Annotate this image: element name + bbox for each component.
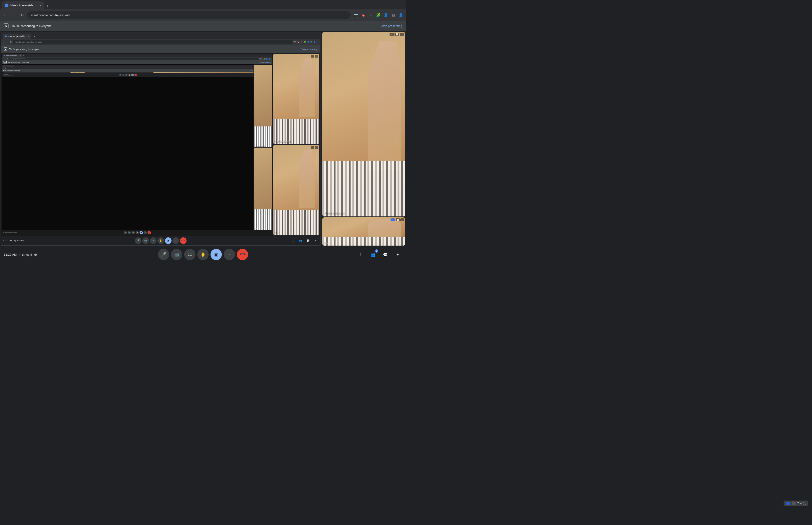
nested-presenting-icon: ▣ [4,47,7,51]
mic-button[interactable]: 🎤 [158,249,169,260]
stop-presenting-button[interactable]: Stop presenting [381,24,402,28]
presenting-icon: ▣ [4,24,9,28]
profile-icon[interactable]: 👤 [383,12,389,18]
nested-split[interactable]: ⊡ [310,41,312,43]
nested-refresh[interactable]: ↻ [10,41,12,44]
more-options-button[interactable]: ⋮ [224,249,235,260]
nested-raise-hand-button[interactable]: ✋ [157,237,164,244]
nested-account[interactable]: 👤 [313,41,316,43]
nested-favicon [5,35,7,38]
nested-menu[interactable]: ⋮ [317,41,319,43]
browser-chrome: Meet - tnj-esni-ikb × + ← → ↻ meet.googl… [0,0,406,21]
separator: | [19,253,20,256]
active-tab[interactable]: Meet - tnj-esni-ikb × [2,1,44,10]
you-more-btn[interactable]: ⋯ [390,218,395,221]
nested-camera-button[interactable]: 📹 [142,237,149,244]
browser-actions: 📷 🔖 ☆ 🧩 👤 ⊡ 👤 [352,12,404,18]
account-icon[interactable]: 👤 [398,12,404,18]
main-content: Meet - tnj-esni-ikb × + ← → ↻ meet.googl… [0,31,406,246]
nested-cast[interactable]: 📷 [293,41,296,43]
tab-bar: Meet - tnj-esni-ikb × + [0,0,406,10]
nested-tab-close[interactable]: × [28,35,29,38]
nested-captions-button[interactable]: CC [150,237,156,244]
meeting-time-display: 11:22 AM | tnj-esni-ikb [4,253,37,256]
cast-icon[interactable]: 📷 [352,12,359,18]
nested-bookmark[interactable]: 🔖 [297,41,300,43]
forward-button[interactable]: → [10,12,17,18]
star-icon[interactable]: ☆ [367,12,374,18]
nested-ext[interactable]: 🧩 [303,41,306,43]
bookmark-icon[interactable]: 🔖 [360,12,367,18]
back-button[interactable]: ← [2,12,9,18]
nested-tab-title: Meet - tnj-esni-ikb [8,35,25,38]
screen-share-area: Meet - tnj-esni-ikb × + ← → ↻ meet.googl… [1,32,321,245]
nested-presenting-bar: ▣ You're presenting to everyone Stop pre… [1,45,320,53]
nested-info-icon[interactable]: ℹ [290,238,296,243]
present-screen-button[interactable]: ▣ [211,249,222,260]
presenting-bar: ▣ You're presenting to everyone Stop pre… [0,21,406,31]
meeting-id-text: tnj-esni-ikb [22,253,37,256]
nested-participant-name: François Beaufort [275,140,291,142]
people-count-badge: 2 [375,249,378,253]
nested-you-more[interactable]: ⋯ [311,146,315,149]
you-label: You [324,241,328,244]
nested-stop-button[interactable]: Stop presenting [301,48,318,50]
you-pin-icon: ⬜ [396,218,400,221]
nested-star[interactable]: ☆ [301,41,302,43]
nested-back[interactable]: ← [3,41,5,44]
participants-panel: François Beaufort ⋯ ⬜ ⛶ You ⋯ ⬜ ⛶ [321,31,406,246]
nested-you-expand[interactable]: ⛶ [315,146,318,149]
francois-name: François Beaufort [324,212,345,214]
extension-icon[interactable]: 🧩 [375,12,382,18]
nested-presenting-text: You're presenting to everyone [9,48,299,50]
info-button[interactable]: ℹ [356,250,366,259]
francois-pin-icon: ⬜ [395,33,399,36]
raise-hand-button[interactable]: ✋ [197,249,209,260]
url-text: meet.google.com/tnj-esni-ikb [31,13,70,17]
nested-present-button[interactable]: ▣ [165,237,171,244]
nested-forward[interactable]: → [6,41,9,44]
tab-favicon [5,3,9,7]
split-view-icon[interactable]: ⊡ [390,12,397,18]
chat-button[interactable]: 💬 [381,250,390,259]
nested-mic-button[interactable]: 🎤 [135,237,141,244]
you-video: You ⋯ ⬜ ⛶ [322,217,405,245]
nested-time: 11:22 AM | tnj-esni-ikb [3,239,24,242]
nested-end-call-button[interactable]: 📞 [179,236,188,245]
end-call-button[interactable]: 📞 [234,246,250,262]
francois-expand-button[interactable]: ⛶ [400,33,404,36]
nested-new-tab[interactable]: + [32,34,37,39]
nested-you-label: You [275,231,278,234]
captions-button[interactable]: CC [184,249,196,260]
refresh-button[interactable]: ↻ [19,12,25,18]
new-tab-button[interactable]: + [44,3,51,10]
camera-button[interactable]: 📹 [171,249,182,260]
nested-video-more[interactable]: ⋯ [311,55,315,58]
address-bar: ← → ↻ meet.google.com/tnj-esni-ikb 📷 🔖 ☆… [0,10,406,21]
nested-chat-icon[interactable]: 💬 [305,238,311,243]
activities-button[interactable]: ✦ [393,250,402,259]
fractal-content: Meet - tnj-esni-ikb × + ← → ↻ meet.googl… [1,32,320,245]
presenting-text: You're presenting to everyone [11,24,378,28]
nested-more-button[interactable]: ⋮ [172,237,179,244]
people-button[interactable]: 👥 2 [368,250,378,259]
francois-more-btn[interactable]: ⋯ [389,33,394,36]
tab-close-button[interactable]: × [40,3,41,7]
tab-title: Meet - tnj-esni-ikb [10,4,37,7]
time-text: 11:22 AM [4,253,17,256]
url-input[interactable]: meet.google.com/tnj-esni-ikb [27,11,351,19]
francois-video: François Beaufort ⋯ ⬜ ⛶ [322,32,405,216]
nested-video-expand-icon[interactable]: ⛶ [315,55,318,58]
nested-url: meet.google.com/tnj-esni-ikb [15,41,42,43]
nested-activities-icon[interactable]: ✦ [313,238,318,243]
you-expand-button[interactable]: ⛶ [400,218,404,221]
nested-people-icon[interactable]: 👥 [298,238,303,243]
bottom-toolbar: 11:22 AM | tnj-esni-ikb 🎤 📹 CC ✋ ▣ ⋮ 📞 ℹ… [0,246,406,262]
nested-profile[interactable]: 👤 [307,41,309,43]
